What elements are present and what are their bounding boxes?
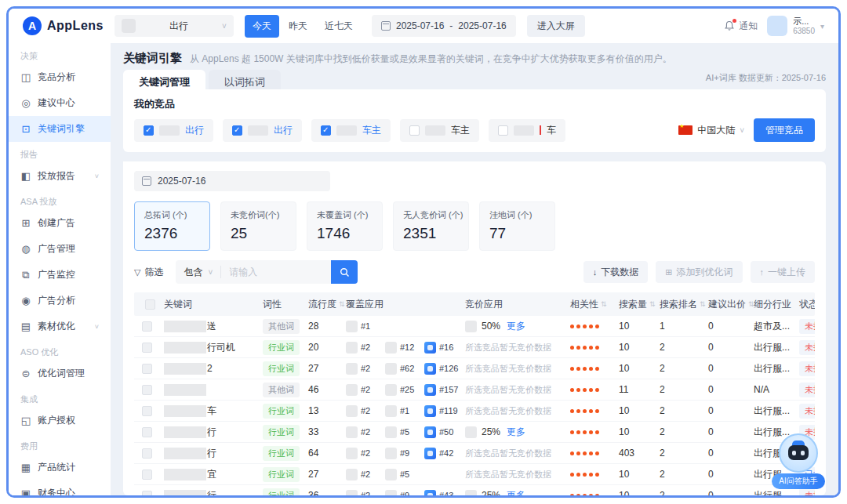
row-checkbox[interactable] (142, 448, 152, 459)
covered-app: #25 (385, 384, 424, 396)
relevance-dots (570, 409, 599, 413)
upload-button[interactable]: ↑一键上传 (751, 261, 816, 283)
stat-card[interactable]: 未竞价词(个)25 (220, 201, 296, 251)
sidebar-item[interactable]: ◧投放报告˅ (9, 163, 111, 189)
relevance-dot (589, 473, 593, 477)
app-icon-redacted (346, 384, 358, 396)
download-button[interactable]: ↓下载数据 (583, 261, 649, 283)
relevance-dot (589, 409, 593, 413)
app-icon (424, 426, 436, 438)
table-row: 2行业词27#2#62#126所选竞品暂无竞价数据1020出行服...未投放 (134, 358, 815, 379)
enter-big-screen-button[interactable]: 进入大屏 (527, 15, 585, 37)
ai-assistant-label: AI问答助手 (772, 473, 824, 489)
sidebar-item[interactable]: ⊡关键词引擎 (9, 116, 111, 142)
manage-competitors-button[interactable]: 管理竞品 (754, 118, 815, 142)
app-selector[interactable]: 出行 ˅ (115, 15, 234, 37)
keyword-cell (161, 384, 260, 396)
suggested-bid-cell: 0 (705, 490, 751, 495)
competitor-chip[interactable]: 出行 (223, 119, 302, 142)
sidebar-item[interactable]: ◱账户授权 (9, 408, 111, 433)
sidebar-item[interactable]: ◫竞品分析 (9, 64, 111, 90)
filter-button[interactable]: ▽ 筛选 (134, 266, 163, 279)
add-to-optimization-button[interactable]: ⊞添加到优化词 (656, 261, 742, 283)
match-type-value: 包含 (184, 266, 202, 279)
bid-app-icon-redacted (465, 490, 477, 496)
stat-card[interactable]: 无人竞价词 (个)2351 (393, 201, 469, 251)
sidebar-item[interactable]: ⧉广告监控 (9, 262, 111, 288)
search-volume-cell: 403 (616, 448, 656, 459)
ai-assistant-button[interactable]: AI问答助手 (771, 433, 826, 489)
competitor-checkbox[interactable] (144, 125, 154, 136)
competitor-name-redacted (336, 125, 357, 136)
competitor-checkbox[interactable] (232, 125, 242, 136)
relevance-dot (576, 388, 580, 392)
table-date-picker[interactable]: 2025-07-16 (134, 171, 330, 191)
sidebar-item-label: 广告管理 (38, 242, 75, 256)
suggested-bid-cell: 0 (705, 469, 751, 480)
word-type-cell: 行业词 (260, 340, 305, 355)
relevance-dot (570, 346, 574, 350)
user-id: 63850 (793, 27, 815, 35)
competitor-chip[interactable]: 出行 (134, 119, 213, 142)
more-link[interactable]: 更多 (507, 489, 525, 496)
stat-card[interactable]: 总拓词 (个)2376 (134, 201, 210, 251)
competitor-checkbox[interactable] (409, 125, 420, 136)
quick-range-button-1[interactable]: 昨天 (281, 15, 315, 38)
row-checkbox[interactable] (142, 343, 152, 353)
sidebar-item[interactable]: ⊞创建广告 (9, 210, 111, 236)
region-selector[interactable]: 中国大陆 ˅ (678, 124, 744, 137)
sidebar: 决策◫竞品分析◎建议中心⊡关键词引擎报告◧投放报告˅ASA 投放⊞创建广告◍广告… (9, 43, 111, 495)
row-checkbox[interactable] (142, 406, 152, 416)
row-checkbox[interactable] (142, 491, 152, 496)
column-header: 覆盖应用 (343, 298, 462, 311)
app-icon-redacted (346, 342, 358, 354)
sidebar-item-label: 广告分析 (38, 294, 75, 307)
suggested-bid-cell: 0 (705, 384, 751, 395)
keyword-cell: 车 (161, 404, 260, 418)
quick-range-button-0[interactable]: 今天 (245, 15, 279, 38)
covered-app: #2 (346, 363, 385, 375)
row-checkbox[interactable] (142, 427, 152, 437)
sidebar-group-label-2: ASA 投放 (9, 189, 111, 210)
search-button[interactable] (331, 260, 358, 284)
competitor-checkbox[interactable] (321, 125, 331, 136)
relevance-dots (570, 346, 599, 350)
sidebar-item[interactable]: ▦产品统计 (9, 455, 111, 480)
sidebar-item[interactable]: ◍广告管理 (9, 236, 111, 262)
row-checkbox-cell (134, 470, 161, 480)
competitor-checkbox[interactable] (498, 125, 508, 136)
notification-button[interactable]: 通知 (724, 20, 758, 33)
competitor-chip[interactable]: 车主 (311, 119, 391, 142)
sidebar-item[interactable]: ◉广告分析 (9, 288, 111, 314)
select-all-checkbox[interactable] (145, 299, 155, 310)
date-range-picker[interactable]: 2025-07-16 - 2025-07-16 (372, 15, 516, 37)
sidebar-item[interactable]: ⊜优化词管理 (9, 361, 111, 386)
stat-card[interactable]: 未覆盖词 (个)1746 (307, 201, 383, 251)
competitor-chip[interactable]: 车主 (400, 119, 479, 142)
stat-value: 1746 (317, 225, 373, 242)
keyword-search-input[interactable] (221, 267, 331, 277)
bell-icon (724, 20, 735, 31)
row-checkbox[interactable] (142, 364, 152, 374)
row-checkbox[interactable] (142, 385, 152, 395)
quick-range-button-2[interactable]: 近七天 (317, 15, 361, 38)
status-badge: 未投放 (799, 404, 815, 419)
sidebar-item[interactable]: ▤素材优化˅ (9, 314, 111, 339)
search-volume-cell: 10 (616, 321, 656, 332)
sort-icon[interactable]: ⇅ (601, 300, 607, 308)
stat-card[interactable]: 洼地词 (个)77 (479, 201, 555, 251)
more-link[interactable]: 更多 (507, 426, 525, 439)
sidebar-item[interactable]: ▣财务中心 (9, 480, 111, 495)
more-link[interactable]: 更多 (507, 320, 525, 333)
word-type-tag: 行业词 (263, 467, 300, 482)
covered-app: #2 (346, 469, 385, 480)
competitor-chip[interactable]: 车 (489, 119, 565, 142)
row-checkbox[interactable] (142, 470, 152, 480)
match-type-select[interactable]: 包含 ˅ (176, 266, 221, 278)
row-checkbox-cell (134, 321, 161, 332)
row-checkbox[interactable] (142, 321, 152, 332)
sidebar-item[interactable]: ◎建议中心 (9, 90, 111, 116)
relevance-dot (589, 367, 593, 371)
sort-icon[interactable]: ⇅ (649, 300, 656, 308)
user-menu[interactable]: 示... 63850 ▾ (767, 16, 824, 36)
